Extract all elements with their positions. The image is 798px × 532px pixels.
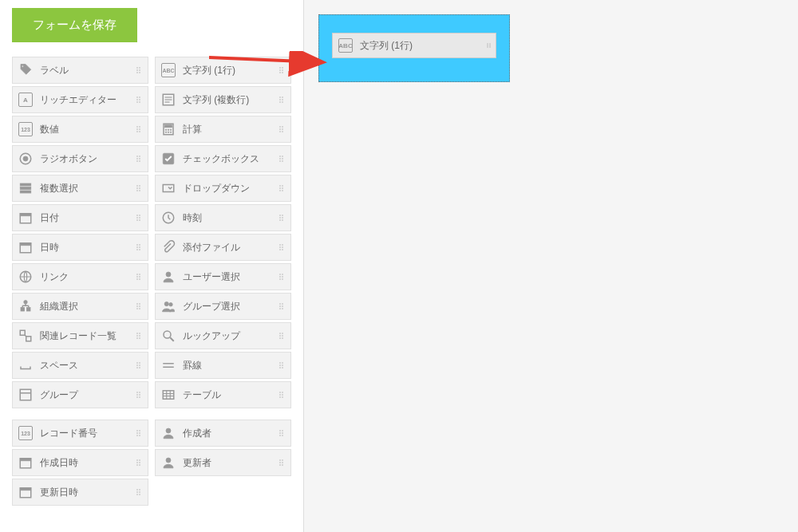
palette-field-label: 更新日時 [40, 486, 133, 499]
svg-rect-4 [20, 191, 31, 193]
svg-point-29 [168, 129, 169, 131]
palette-field-time[interactable]: 時刻 [155, 204, 291, 231]
drag-grip-icon [133, 274, 143, 280]
field-palette: フォームを保存 ラベルAリッチエディター123数値ラジオボタン複数選択日付日時リ… [0, 0, 303, 532]
number-icon: 123 [18, 121, 34, 137]
palette-field-date[interactable]: 日付 [12, 204, 148, 231]
palette-field-updater[interactable]: 更新者 [155, 449, 291, 476]
palette-field-label: チェックボックス [183, 152, 276, 166]
palette-field-label: 計算 [183, 123, 276, 136]
palette-field-org[interactable]: 組織選択 [12, 293, 148, 320]
palette-field-attach[interactable]: 添付ファイル [155, 234, 291, 261]
text-icon: ABC [160, 62, 176, 78]
palette-field-label: ラジオボタン [40, 152, 133, 166]
svg-rect-27 [165, 125, 172, 128]
drag-grip-icon [276, 430, 286, 436]
palette-field-label: テーブル [183, 388, 276, 402]
groupsel-icon [160, 298, 176, 314]
drag-grip-icon [133, 156, 143, 162]
svg-point-31 [165, 132, 167, 133]
drag-grip-icon [133, 215, 143, 221]
text-field-icon: ABC [338, 37, 354, 53]
palette-column-bottom-left: 123レコード番号作成日時更新日時 [12, 420, 148, 506]
palette-field-groupsel[interactable]: グループ選択 [155, 293, 291, 320]
palette-field-label: 添付ファイル [183, 241, 276, 254]
recno-icon: 123 [18, 425, 34, 441]
palette-field-rich[interactable]: Aリッチエディター [12, 86, 148, 113]
palette-column-left: ラベルAリッチエディター123数値ラジオボタン複数選択日付日時リンク組織選択関連… [12, 57, 148, 408]
palette-field-label: 更新者 [183, 456, 276, 470]
svg-point-38 [164, 301, 168, 305]
space-icon [18, 357, 34, 373]
palette-field-hr[interactable]: 罫線 [155, 352, 291, 379]
drag-grip-icon [133, 459, 143, 466]
palette-field-tag[interactable]: ラベル [12, 57, 148, 84]
palette-field-user[interactable]: ユーザー選択 [155, 263, 291, 290]
drag-grip-icon [133, 244, 143, 250]
palette-field-calc[interactable]: 計算 [155, 116, 291, 143]
svg-rect-3 [20, 187, 31, 190]
palette-field-label: スペース [40, 359, 133, 372]
palette-field-textarea[interactable]: 文字列 (複数行) [155, 86, 291, 113]
creator-icon [160, 425, 176, 441]
palette-field-label: グループ [40, 388, 133, 402]
svg-line-19 [25, 335, 26, 337]
drop-zone[interactable]: ABC 文字列 (1行) [318, 14, 510, 82]
palette-field-creator[interactable]: 作成者 [155, 420, 291, 447]
drag-grip-icon [276, 392, 286, 398]
palette-field-related[interactable]: 関連レコード一覧 [12, 322, 148, 349]
palette-field-createdt[interactable]: 作成日時 [12, 449, 148, 476]
palette-field-label: 日時 [40, 241, 133, 254]
hr-icon [160, 357, 176, 373]
palette-column-bottom-right: 作成者更新者 [155, 420, 291, 506]
palette-field-label: グループ選択 [183, 300, 276, 313]
palette-field-recno[interactable]: 123レコード番号 [12, 420, 148, 447]
drag-grip-icon [133, 430, 143, 436]
save-form-button[interactable]: フォームを保存 [12, 8, 137, 42]
palette-field-checkbox[interactable]: チェックボックス [155, 145, 291, 172]
drag-grip-icon [276, 97, 286, 103]
palette-field-link[interactable]: リンク [12, 263, 148, 290]
svg-rect-11 [21, 308, 25, 312]
group-icon [18, 387, 34, 403]
palette-field-table[interactable]: テーブル [155, 381, 291, 408]
palette-field-space[interactable]: スペース [12, 352, 148, 379]
palette-field-lookup[interactable]: ルックアップ [155, 322, 291, 349]
drag-grip-icon [487, 43, 491, 48]
palette-field-label: 文字列 (1行) [183, 64, 276, 77]
svg-point-30 [170, 129, 172, 131]
palette-field-label: ドロップダウン [183, 182, 276, 195]
dropped-field-text-single[interactable]: ABC 文字列 (1行) [332, 33, 496, 58]
palette-field-number[interactable]: 123数値 [12, 116, 148, 143]
textarea-icon [160, 92, 176, 108]
dropped-field-label: 文字列 (1行) [360, 39, 487, 53]
svg-point-33 [170, 132, 172, 133]
palette-field-updatedt[interactable]: 更新日時 [12, 479, 148, 506]
rich-icon: A [18, 92, 34, 108]
svg-point-10 [24, 301, 28, 305]
drag-grip-icon [276, 215, 286, 221]
updatedt-icon [18, 484, 34, 500]
lookup-icon [160, 328, 176, 344]
drag-grip-icon [276, 303, 286, 309]
form-canvas[interactable]: ABC 文字列 (1行) [303, 0, 798, 532]
palette-field-group[interactable]: グループ [12, 381, 148, 408]
palette-field-radio[interactable]: ラジオボタン [12, 145, 148, 172]
palette-field-multi[interactable]: 複数選択 [12, 175, 148, 202]
drag-grip-icon [276, 156, 286, 162]
svg-rect-35 [163, 185, 174, 192]
palette-field-text[interactable]: ABC文字列 (1行) [155, 57, 291, 84]
drag-grip-icon [276, 274, 286, 280]
drag-grip-icon [133, 303, 143, 309]
svg-rect-2 [20, 183, 31, 186]
palette-field-datetime[interactable]: 日時 [12, 234, 148, 261]
palette-field-label: 罫線 [183, 359, 276, 372]
palette-field-label: 作成者 [183, 427, 276, 440]
svg-rect-44 [163, 391, 174, 400]
related-icon [18, 328, 34, 344]
drag-grip-icon [133, 67, 143, 73]
palette-field-label: 時刻 [183, 211, 276, 225]
palette-field-dropdown[interactable]: ドロップダウン [155, 175, 291, 202]
drag-grip-icon [276, 67, 286, 73]
svg-point-53 [166, 428, 171, 433]
